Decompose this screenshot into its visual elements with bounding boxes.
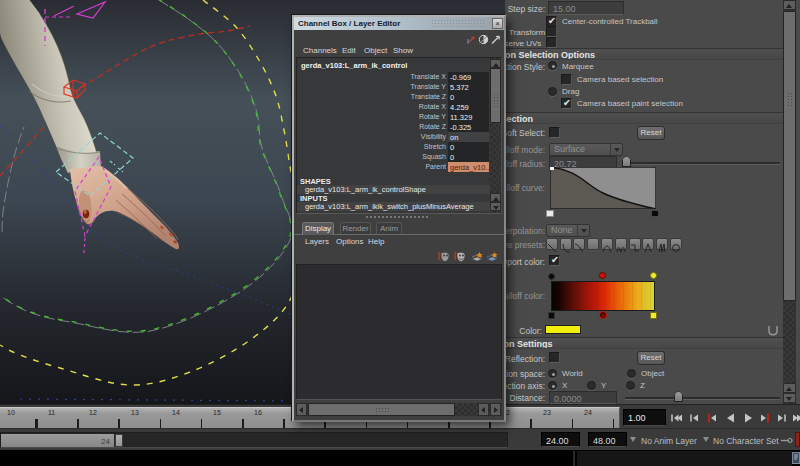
axis-x-radio[interactable] <box>548 381 557 390</box>
channel-row[interactable]: Translate Y5.372 <box>297 82 501 92</box>
go-to-end-button[interactable] <box>791 409 800 427</box>
channel-list-scrollbar-thumb[interactable] <box>490 68 501 123</box>
menu-edit[interactable]: Edit <box>342 46 356 55</box>
channel-row[interactable]: Translate X-0.969 <box>297 72 501 82</box>
pane-splitter[interactable] <box>366 216 428 219</box>
channel-row[interactable]: Rotate Z-0.325 <box>297 122 501 132</box>
curve-preset-steep[interactable] <box>560 238 572 250</box>
menu-layers[interactable]: Layers <box>305 237 329 246</box>
menu-options[interactable]: Options <box>336 237 364 246</box>
axis-y-radio[interactable] <box>587 381 596 390</box>
soft-selection-header[interactable]: Soft Selection <box>505 112 783 124</box>
channel-row[interactable]: Stretch0 <box>297 142 501 152</box>
scroll-up-icon[interactable] <box>490 59 501 68</box>
scroll-left2-icon[interactable] <box>478 403 489 416</box>
new-layer-icon[interactable] <box>471 251 483 263</box>
curve-handle-start[interactable] <box>546 210 554 217</box>
scroll-down-icon[interactable] <box>490 202 501 211</box>
menu-object[interactable]: Object <box>364 46 387 55</box>
script-editor-icon[interactable] <box>792 452 800 464</box>
falloff-radius-slider[interactable] <box>625 162 780 164</box>
menu-show[interactable]: Show <box>393 46 413 55</box>
color-swatch[interactable] <box>545 325 581 334</box>
ramp-key-top-red[interactable] <box>599 272 606 279</box>
curve-preset-flat[interactable] <box>587 238 599 250</box>
range-slider-bar[interactable]: 24 <box>1 434 114 447</box>
channel-row[interactable]: Translate Z0 <box>297 92 501 102</box>
reflection-settings-header[interactable]: Reflection Settings <box>505 337 783 349</box>
step-forward-key-button[interactable] <box>757 409 773 427</box>
tab-render[interactable]: Render <box>340 222 371 234</box>
play-forwards-button[interactable] <box>740 409 756 427</box>
falloff-curve-widget[interactable] <box>550 167 656 209</box>
interpolation-dropdown[interactable]: None <box>546 224 590 237</box>
curve-preset-linear-down[interactable] <box>546 238 558 250</box>
play-backwards-button[interactable] <box>722 409 738 427</box>
range-slider-track[interactable]: 24 <box>0 432 508 448</box>
hyperbolic-speed-icon[interactable] <box>478 34 489 45</box>
camera-based-paint-checkbox[interactable] <box>561 98 572 109</box>
layer-list-hscrollbar[interactable] <box>296 403 502 416</box>
axis-z-radio[interactable] <box>626 381 635 390</box>
curve-preset-step[interactable] <box>629 238 641 250</box>
manipulator-speed-icon[interactable] <box>466 34 477 45</box>
step-size-field[interactable]: 15.00 <box>548 1 624 15</box>
drag-radio[interactable] <box>548 87 557 96</box>
selected-node-name[interactable]: gerda_v103:L_arm_ik_control <box>301 61 407 70</box>
step-back-key-button[interactable] <box>704 409 720 427</box>
playback-end-field[interactable]: 48.00 <box>588 432 627 447</box>
channel-value-field[interactable]: 0 <box>448 142 489 152</box>
scroll-down-icon[interactable] <box>783 393 796 403</box>
scroll-up2-icon[interactable] <box>490 193 501 202</box>
channel-row[interactable]: Parentgerda_v10... <box>297 162 501 172</box>
step-forward-frame-button[interactable] <box>774 409 790 427</box>
hscrollbar-thumb[interactable] <box>308 403 455 416</box>
preserve-uvs-checkbox[interactable] <box>546 37 557 48</box>
ramp-key-top-yellow[interactable] <box>650 272 657 279</box>
falloff-mode-dropdown[interactable]: Surface <box>549 143 623 156</box>
window-titlebar[interactable]: Channel Box / Layer Editor <box>294 17 504 30</box>
ramp-key-bottom-yellow[interactable] <box>650 312 657 319</box>
distance-slider-handle[interactable] <box>674 391 683 402</box>
anim-layer-menu-icon[interactable] <box>630 437 636 442</box>
shape-node-row[interactable]: gerda_v103:L_arm_ik_controlShape <box>297 185 491 194</box>
curve-preset-bump[interactable] <box>601 238 613 250</box>
curve-handle-end[interactable] <box>651 210 659 217</box>
input-node-row[interactable]: gerda_v103:L_arm_ikik_switch_plusMinusAv… <box>297 202 491 211</box>
reflection-reset-button[interactable]: Reset <box>637 351 665 365</box>
scroll-up2-icon[interactable] <box>783 383 796 393</box>
channel-row[interactable]: Rotate X4.259 <box>297 102 501 112</box>
channel-value-field[interactable]: -0.325 <box>448 122 489 132</box>
viewport-color-checkbox[interactable] <box>549 255 560 266</box>
current-time-field[interactable]: 1.00 <box>623 409 666 426</box>
object-radio[interactable] <box>627 369 636 378</box>
channel-row[interactable]: Squash0 <box>297 152 501 162</box>
falloff-radius-slider-handle[interactable] <box>622 156 631 167</box>
camera-based-selection-checkbox[interactable] <box>561 74 572 85</box>
range-end-field[interactable]: 24.00 <box>541 432 580 447</box>
distance-slider[interactable] <box>625 397 780 399</box>
channel-row[interactable]: Rotate Y11.329 <box>297 112 501 122</box>
soft-select-checkbox[interactable] <box>549 127 560 138</box>
go-to-start-button[interactable] <box>668 409 684 427</box>
channel-value-field[interactable]: gerda_v10... <box>448 162 489 172</box>
layer-mask-icon-2[interactable] <box>454 251 466 263</box>
range-slider-handle[interactable] <box>115 434 123 447</box>
curve-preset-double-spike[interactable] <box>656 238 668 250</box>
layer-list[interactable] <box>296 264 502 400</box>
scroll-right-icon[interactable] <box>490 403 501 416</box>
world-radio[interactable] <box>548 369 557 378</box>
channel-value-field[interactable]: 0 <box>448 92 489 102</box>
channel-list-scrollbar[interactable] <box>490 58 501 213</box>
selection-options-header[interactable]: Common Selection Options <box>505 48 783 60</box>
channel-value-field[interactable]: -0.969 <box>448 72 489 82</box>
tool-panel-scrollbar-thumb[interactable] <box>783 11 796 301</box>
menu-channels[interactable]: Channels <box>303 46 337 55</box>
marquee-radio[interactable] <box>548 61 557 70</box>
channel-value-field[interactable]: 5.372 <box>448 82 489 92</box>
tab-anim[interactable]: Anim <box>376 222 402 234</box>
menu-help[interactable]: Help <box>368 237 384 246</box>
curve-preset-smooth-down[interactable] <box>573 238 585 250</box>
character-set-menu[interactable]: No Character Set <box>713 436 779 446</box>
soft-select-reset-button[interactable]: Reset <box>637 126 665 140</box>
